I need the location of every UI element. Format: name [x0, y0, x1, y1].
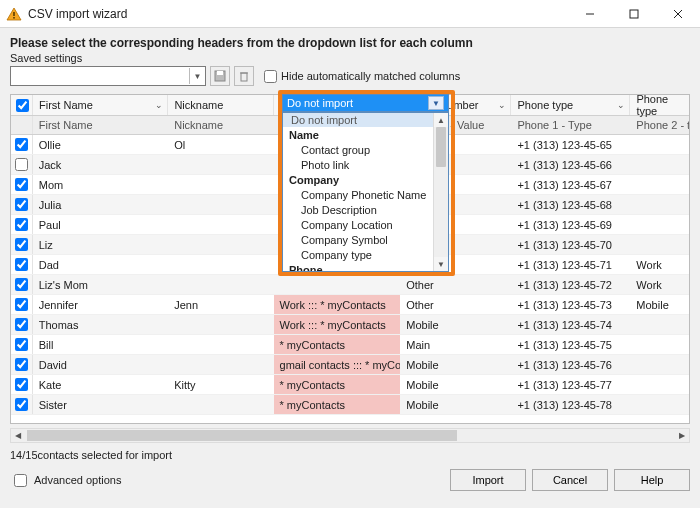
row-checkbox-cell[interactable]: [11, 395, 33, 414]
row-checkbox-cell[interactable]: [11, 295, 33, 314]
cell-group: gmail contacts ::: * myCo...: [274, 355, 401, 374]
cell-phone-number-label: Main: [400, 335, 511, 354]
cell-group: * myContacts: [274, 335, 401, 354]
chevron-down-icon: ⌄: [498, 100, 506, 110]
cell-group: * myContacts: [274, 395, 401, 414]
column-mapping-dropdown[interactable]: Do not import ▼: [282, 94, 449, 112]
dropdown-list[interactable]: Do not import NameContact groupPhoto lin…: [282, 112, 449, 272]
row-checkbox[interactable]: [15, 178, 28, 191]
dropdown-item[interactable]: Photo link: [283, 157, 433, 172]
row-checkbox[interactable]: [15, 258, 28, 271]
dropdown-item[interactable]: Company Location: [283, 217, 433, 232]
svg-rect-8: [241, 73, 247, 81]
dropdown-item[interactable]: Company type: [283, 247, 433, 262]
row-checkbox-cell[interactable]: [11, 335, 33, 354]
cell-nickname: [168, 155, 273, 174]
import-button[interactable]: Import: [450, 469, 526, 491]
cell-nickname: [168, 355, 273, 374]
scroll-left-icon[interactable]: ◀: [11, 429, 25, 442]
maximize-button[interactable]: [612, 0, 656, 28]
row-checkbox-cell[interactable]: [11, 195, 33, 214]
cell-phone-number: +1 (313) 123-45-70: [511, 235, 630, 254]
col-phone-type-b[interactable]: Phone type: [630, 95, 689, 115]
cancel-button[interactable]: Cancel: [532, 469, 608, 491]
row-checkbox[interactable]: [15, 318, 28, 331]
row-checkbox-cell[interactable]: [11, 155, 33, 174]
row-checkbox-cell[interactable]: [11, 135, 33, 154]
hide-matched-input[interactable]: [264, 70, 277, 83]
advanced-options-checkbox[interactable]: Advanced options: [10, 471, 121, 490]
cell-phone-type-2: Work: [630, 255, 689, 274]
row-checkbox-cell[interactable]: [11, 235, 33, 254]
save-settings-button[interactable]: [210, 66, 230, 86]
cell-phone-type-2: [630, 195, 689, 214]
row-checkbox[interactable]: [15, 398, 28, 411]
table-row[interactable]: JenniferJennWork ::: * myContactsOther+1…: [11, 295, 689, 315]
table-row[interactable]: ThomasWork ::: * myContactsMobile+1 (313…: [11, 315, 689, 335]
help-button[interactable]: Help: [614, 469, 690, 491]
col-phone-type-a[interactable]: Phone type⌄: [511, 95, 630, 115]
cell-first-name: Paul: [33, 215, 168, 234]
table-row[interactable]: KateKitty* myContactsMobile+1 (313) 123-…: [11, 375, 689, 395]
scroll-thumb-horizontal[interactable]: [27, 430, 457, 441]
table-row[interactable]: Bill* myContactsMain+1 (313) 123-45-75: [11, 335, 689, 355]
saved-settings-row: ▼ Hide automatically matched columns: [0, 64, 700, 92]
scroll-thumb[interactable]: [436, 127, 446, 167]
select-all-checkbox[interactable]: [11, 95, 33, 115]
delete-settings-button[interactable]: [234, 66, 254, 86]
row-checkbox[interactable]: [15, 218, 28, 231]
hide-matched-label: Hide automatically matched columns: [281, 70, 460, 82]
cell-phone-number: +1 (313) 123-45-77: [511, 375, 630, 394]
horizontal-scrollbar[interactable]: ◀ ▶: [10, 428, 690, 443]
minimize-button[interactable]: [568, 0, 612, 28]
row-checkbox[interactable]: [15, 278, 28, 291]
cell-first-name: Thomas: [33, 315, 168, 334]
col-first-name[interactable]: First Name⌄: [33, 95, 168, 115]
cell-nickname: [168, 255, 273, 274]
row-checkbox[interactable]: [15, 298, 28, 311]
advanced-options-input[interactable]: [14, 474, 27, 487]
dropdown-item[interactable]: Company Symbol: [283, 232, 433, 247]
cell-nickname: [168, 175, 273, 194]
cell-phone-number: +1 (313) 123-45-66: [511, 155, 630, 174]
saved-settings-select[interactable]: ▼: [10, 66, 206, 86]
dropdown-scrollbar[interactable]: ▲ ▼: [433, 113, 448, 271]
row-checkbox-cell[interactable]: [11, 315, 33, 334]
close-button[interactable]: [656, 0, 700, 28]
cell-group: Work ::: * myContacts: [274, 295, 401, 314]
scroll-down-icon[interactable]: ▼: [434, 257, 448, 271]
scroll-up-icon[interactable]: ▲: [434, 113, 448, 127]
row-checkbox[interactable]: [15, 338, 28, 351]
row-checkbox[interactable]: [15, 358, 28, 371]
row-checkbox-cell[interactable]: [11, 355, 33, 374]
hide-matched-checkbox[interactable]: Hide automatically matched columns: [264, 70, 460, 83]
cell-group: * myContacts: [274, 375, 401, 394]
cell-phone-number: +1 (313) 123-45-69: [511, 215, 630, 234]
table-row[interactable]: Sister* myContactsMobile+1 (313) 123-45-…: [11, 395, 689, 415]
dropdown-item[interactable]: Company Phonetic Name: [283, 187, 433, 202]
cell-phone-type-2: [630, 135, 689, 154]
subheader-first-name: First Name: [33, 116, 168, 134]
row-checkbox[interactable]: [15, 238, 28, 251]
row-checkbox-cell[interactable]: [11, 215, 33, 234]
scroll-right-icon[interactable]: ▶: [675, 429, 689, 442]
col-nickname[interactable]: Nickname: [168, 95, 273, 115]
row-checkbox[interactable]: [15, 138, 28, 151]
row-checkbox[interactable]: [15, 198, 28, 211]
table-row[interactable]: Liz's MomOther+1 (313) 123-45-72Work: [11, 275, 689, 295]
row-checkbox-cell[interactable]: [11, 175, 33, 194]
row-checkbox-cell[interactable]: [11, 275, 33, 294]
row-checkbox[interactable]: [15, 378, 28, 391]
cell-first-name: Kate: [33, 375, 168, 394]
cell-nickname: [168, 315, 273, 334]
dropdown-item[interactable]: Job Description: [283, 202, 433, 217]
dropdown-item-selected[interactable]: Do not import: [283, 113, 433, 127]
subheader-nickname: Nickname: [168, 116, 273, 134]
cell-nickname: Ol: [168, 135, 273, 154]
row-checkbox-cell[interactable]: [11, 255, 33, 274]
table-row[interactable]: Davidgmail contacts ::: * myCo...Mobile+…: [11, 355, 689, 375]
row-checkbox-cell[interactable]: [11, 375, 33, 394]
row-checkbox[interactable]: [15, 158, 28, 171]
dropdown-group: Phone: [283, 262, 433, 272]
dropdown-item[interactable]: Contact group: [283, 142, 433, 157]
